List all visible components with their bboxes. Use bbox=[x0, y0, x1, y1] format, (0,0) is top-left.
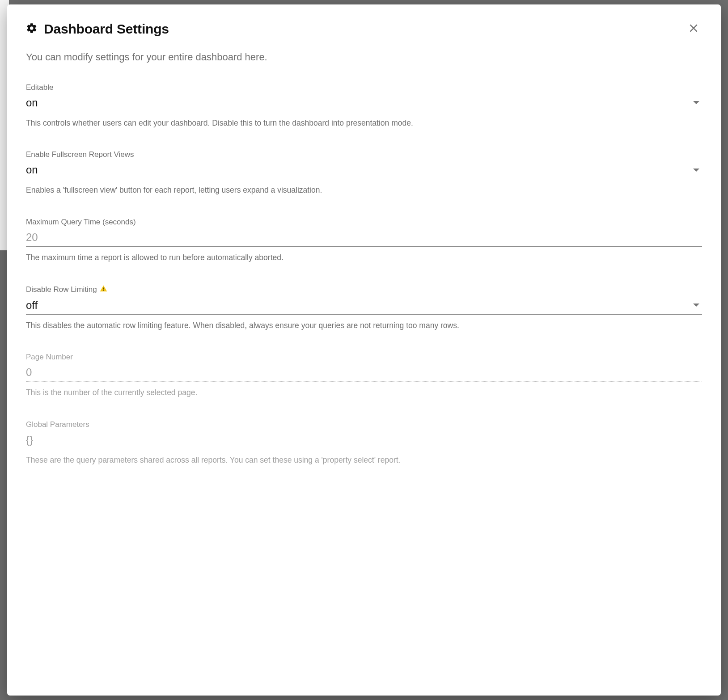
dialog-subtitle: You can modify settings for your entire … bbox=[26, 51, 702, 64]
disable-row-limiting-select[interactable]: off bbox=[26, 297, 702, 315]
chevron-down-icon bbox=[693, 101, 699, 104]
disable-row-limiting-help: This disables the automatic row limiting… bbox=[26, 320, 702, 331]
close-icon bbox=[688, 22, 699, 35]
field-global-parameters: Global Parameters {} These are the query… bbox=[26, 420, 702, 466]
max-query-time-input-row bbox=[26, 229, 702, 247]
page-number-value: 0 bbox=[26, 366, 32, 379]
page-number-help: This is the number of the currently sele… bbox=[26, 387, 702, 398]
svg-rect-2 bbox=[103, 287, 104, 289]
max-query-time-help: The maximum time a report is allowed to … bbox=[26, 252, 702, 263]
field-editable: Editable on This controls whether users … bbox=[26, 83, 702, 129]
disable-row-limiting-label-text: Disable Row Limiting bbox=[26, 285, 97, 294]
editable-value: on bbox=[26, 97, 38, 109]
field-page-number: Page Number 0 This is the number of the … bbox=[26, 353, 702, 398]
editable-help: This controls whether users can edit you… bbox=[26, 118, 702, 129]
field-fullscreen: Enable Fullscreen Report Views on Enable… bbox=[26, 150, 702, 196]
page-number-label: Page Number bbox=[26, 353, 702, 362]
gear-icon bbox=[26, 22, 38, 36]
chevron-down-icon bbox=[693, 169, 699, 172]
fullscreen-select[interactable]: on bbox=[26, 162, 702, 179]
fullscreen-help: Enables a 'fullscreen view' button for e… bbox=[26, 185, 702, 196]
warning-icon bbox=[100, 285, 107, 295]
dialog-title: Dashboard Settings bbox=[44, 21, 169, 37]
max-query-time-label: Maximum Query Time (seconds) bbox=[26, 218, 702, 227]
global-parameters-row: {} bbox=[26, 432, 702, 449]
dashboard-settings-dialog: Dashboard Settings You can modify settin… bbox=[7, 4, 721, 696]
dialog-header: Dashboard Settings bbox=[26, 20, 702, 38]
field-disable-row-limiting: Disable Row Limiting off This disables t… bbox=[26, 285, 702, 331]
svg-rect-3 bbox=[103, 290, 104, 291]
editable-label: Editable bbox=[26, 83, 702, 92]
global-parameters-label: Global Parameters bbox=[26, 420, 702, 429]
page-number-row: 0 bbox=[26, 364, 702, 382]
editable-select[interactable]: on bbox=[26, 95, 702, 112]
disable-row-limiting-label: Disable Row Limiting bbox=[26, 285, 702, 295]
global-parameters-help: These are the query parameters shared ac… bbox=[26, 455, 702, 466]
field-max-query-time: Maximum Query Time (seconds) The maximum… bbox=[26, 218, 702, 263]
max-query-time-input[interactable] bbox=[26, 231, 702, 244]
disable-row-limiting-value: off bbox=[26, 299, 38, 312]
fullscreen-value: on bbox=[26, 164, 38, 176]
fullscreen-label: Enable Fullscreen Report Views bbox=[26, 150, 702, 159]
title-wrap: Dashboard Settings bbox=[26, 21, 169, 37]
chevron-down-icon bbox=[693, 304, 699, 307]
close-button[interactable] bbox=[685, 20, 702, 38]
global-parameters-value: {} bbox=[26, 434, 33, 446]
